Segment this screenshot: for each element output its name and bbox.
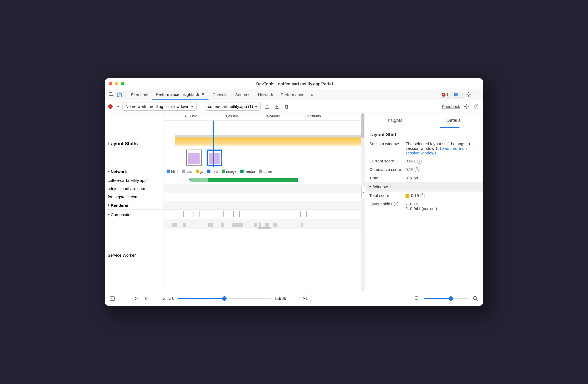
svg-point-7 [466,106,467,107]
toggle-screenshot-icon[interactable] [109,295,116,302]
zoom-out-icon[interactable] [413,295,421,302]
layout-shift-thumbnail[interactable] [186,150,202,166]
score-swatch-icon [406,194,409,198]
tab-insights[interactable]: Insights [365,113,424,128]
close-window-button[interactable] [109,82,112,85]
network-domain-row[interactable]: fonts.gstatic.com [105,193,164,201]
devtools-tabbar: Elements Performance insights ✕ Console … [105,89,483,100]
network-domain-row[interactable]: coffee-cart.netlify.app [105,176,164,184]
horizontal-scrollbar-thumb[interactable] [258,227,271,229]
layout-shift-item[interactable]: 2. 0.041 (current) [406,206,479,211]
disclosure-triangle-icon [108,170,110,173]
disclosure-triangle-icon [108,204,110,207]
inspect-element-icon[interactable] [107,91,115,99]
insights-toolbar: No network throttling, 4× slowdown coffe… [105,100,483,113]
compositor-track-toggle[interactable]: Compositor [105,210,164,219]
help-icon[interactable]: ? [415,167,419,172]
disclosure-triangle-down-icon [369,186,372,188]
svg-rect-8 [110,297,115,300]
more-tabs-button[interactable]: » [308,91,316,99]
error-badge[interactable]: ✕1 [440,92,450,98]
panel-collapse-handle[interactable]: › [361,187,365,198]
device-toolbar-icon[interactable] [115,91,124,99]
playhead[interactable] [213,121,214,167]
tab-console[interactable]: Console [209,89,231,100]
close-tab-button[interactable]: ✕ [201,92,205,96]
renderer-track-toggle[interactable]: Renderer [105,201,164,209]
time-start-label: 3.13s [163,296,174,301]
layout-shift-item[interactable]: 1. 0.15 [406,202,479,206]
maximize-window-button[interactable] [121,82,124,85]
import-icon[interactable] [273,103,280,110]
disclosure-triangle-icon [108,213,110,216]
help-icon[interactable]: ? [473,103,480,110]
svg-point-6 [468,94,469,96]
tab-performance-insights[interactable]: Performance insights ✕ [152,89,209,100]
layout-shifts-track-label: Layout Shifts [105,121,164,167]
page-selector-dropdown[interactable]: coffee-cart.netlify.app (1) [205,102,261,111]
play-icon[interactable] [132,295,139,302]
svg-rect-5 [455,94,456,95]
svg-point-9 [112,298,113,299]
window-title: DevTools - coffee-cart.netlify.app/?ad=1 [124,81,466,86]
rewind-icon[interactable] [143,295,150,302]
record-options-dropdown[interactable] [115,104,120,109]
window-section-toggle[interactable]: Window 1 [365,182,483,191]
tab-network[interactable]: Network [254,89,277,100]
delete-icon[interactable] [283,103,290,110]
zoom-in-icon[interactable] [472,295,479,302]
content-area: 3,160ms 3,200ms 3,240ms 3,280ms Layout S… [105,113,483,291]
feedback-link[interactable]: Feedback [442,104,460,109]
record-button[interactable] [108,104,113,109]
tab-elements[interactable]: Elements [127,89,152,100]
network-domain-row[interactable]: cdnjs.cloudflare.com [105,184,164,193]
network-track-toggle[interactable]: Network [105,167,164,176]
zoom-slider[interactable] [424,298,468,299]
help-icon[interactable]: ? [420,193,425,198]
flask-icon [196,92,200,96]
svg-line-16 [476,299,478,301]
service-worker-track[interactable] [164,219,365,229]
export-icon[interactable] [263,103,270,110]
details-panel: › Insights Details Layout Shift Session … [365,113,483,291]
minimize-window-button[interactable] [115,82,118,85]
network-legend: html css js font image media other [164,167,365,176]
kebab-menu-icon[interactable]: ⋮ [473,91,481,99]
settings-gear-icon[interactable] [463,103,470,110]
svg-rect-3 [454,93,458,96]
layout-shift-thumbnail-selected[interactable] [207,150,222,166]
vertical-scrollbar-thumb[interactable] [361,113,364,138]
issues-badge[interactable]: 1 [452,92,463,98]
time-ruler: 3,160ms 3,200ms 3,240ms 3,280ms [164,113,365,121]
time-end-label: 5.93s [275,296,286,301]
devtools-window: DevTools - coffee-cart.netlify.app/?ad=1… [105,78,483,306]
help-icon[interactable]: ? [417,159,422,164]
svg-line-12 [418,299,419,301]
svg-rect-2 [119,94,121,97]
playback-speed-button[interactable]: x1 [299,295,312,302]
svg-rect-4 [455,94,457,94]
throttling-dropdown[interactable]: No network throttling, 4× slowdown [122,102,197,111]
details-title: Layout Shift [365,128,483,140]
time-slider[interactable] [178,298,271,299]
tab-performance[interactable]: Performance [277,89,308,100]
service-worker-track-label: Service Worker [105,219,164,291]
layout-shifts-track[interactable] [164,121,365,167]
titlebar: DevTools - coffee-cart.netlify.app/?ad=1 [105,78,483,89]
compositor-track[interactable] [164,210,365,219]
tab-details[interactable]: Details [424,113,483,128]
tab-sources[interactable]: Sources [231,89,254,100]
playback-footer: 3.13s 5.93s x1 [105,291,483,306]
settings-icon[interactable] [464,91,473,99]
